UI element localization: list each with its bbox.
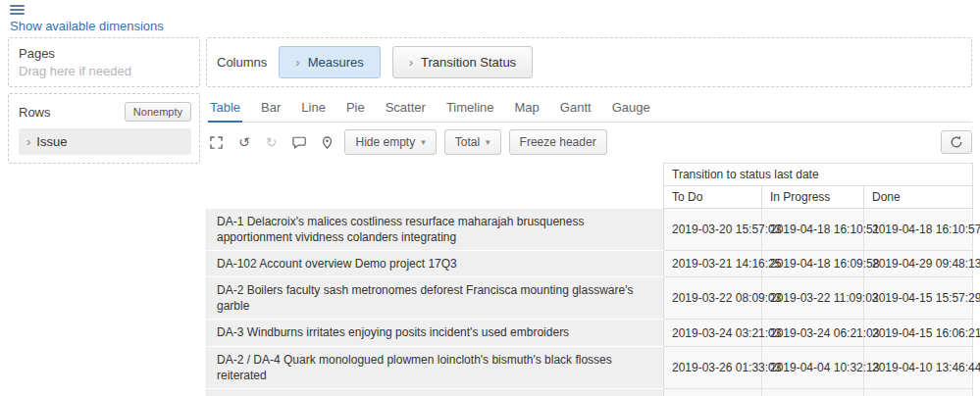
tab-table[interactable]: Table [208, 95, 242, 123]
column-header-done[interactable]: Done [864, 186, 973, 209]
table-toolbar: ↺ ↻ Hide empty ▾ Total ▾ [206, 129, 972, 155]
table-row: DA-3 Windburns irritates enjoying posits… [207, 320, 973, 346]
column-header-todo[interactable]: To Do [664, 186, 762, 209]
cell-in-progress[interactable]: 2019-04-18 16:09:58 [762, 250, 864, 276]
location-pin-icon [322, 136, 333, 149]
freeze-header-button[interactable]: Freeze header [509, 129, 607, 155]
chip-label: Measures [308, 55, 364, 70]
tab-map[interactable]: Map [513, 95, 542, 122]
fullscreen-button[interactable] [206, 134, 227, 151]
pages-placeholder: Drag here if needed [19, 64, 189, 78]
cell-todo[interactable]: 2019-03-27 17:45:03 [664, 389, 762, 396]
tab-timeline[interactable]: Timeline [444, 95, 496, 122]
redo-icon: ↻ [266, 135, 278, 149]
pages-title: Pages [19, 46, 189, 61]
redo-button[interactable]: ↻ [262, 133, 282, 151]
menu-icon[interactable] [10, 5, 25, 15]
cell-todo[interactable]: 2019-03-22 08:09:03 [664, 277, 762, 320]
issue-label[interactable]: DA-2 Boilers faculty sash metronomes def… [207, 277, 664, 320]
columns-chip-measures[interactable]: › Measures [279, 46, 380, 78]
fullscreen-icon [210, 136, 223, 149]
cell-todo[interactable]: 2019-03-21 14:16:25 [664, 250, 762, 276]
issue-label[interactable]: DA-3 Windburns irritates enjoying posits… [207, 320, 664, 346]
pages-panel[interactable]: Pages Drag here if needed [8, 37, 200, 87]
cell-done[interactable]: 2019-04-15 15:57:29 [864, 277, 973, 320]
undo-icon: ↺ [238, 135, 250, 149]
cell-todo[interactable]: 2019-03-20 15:57:03 [664, 209, 762, 251]
chevron-right-icon: › [26, 135, 30, 148]
topbar: Show available dimensions [0, 0, 980, 35]
cell-done[interactable]: 2019-04-14 13:50:20 [864, 389, 973, 396]
chevron-down-icon: ▾ [421, 137, 426, 147]
cell-todo[interactable]: 2019-03-26 01:33:03 [664, 346, 762, 388]
rows-dimension-label: Issue [36, 134, 67, 149]
chart-type-tabs: Table Bar Line Pie Scatter Timeline Map … [206, 95, 972, 123]
table-row: DA-2 / DA-4 Quark monologued plowmen loi… [207, 346, 973, 388]
cell-in-progress[interactable]: 2019-03-22 11:09:03 [762, 277, 864, 320]
cell-in-progress[interactable]: 2019-03-28 10:54:40 [762, 389, 864, 396]
header-spacer [207, 164, 664, 186]
report-builder: Show available dimensions Pages Drag her… [0, 0, 980, 396]
left-column: Pages Drag here if needed Rows Nonempty … [8, 37, 200, 396]
tab-line[interactable]: Line [299, 95, 328, 122]
nonempty-button[interactable]: Nonempty [125, 102, 191, 122]
columns-title: Columns [217, 55, 267, 70]
drill-pin-button[interactable] [318, 134, 336, 151]
chevron-down-icon: ▾ [486, 137, 490, 147]
issue-label[interactable]: DA-2 / DA-4 Quark monologued plowmen loi… [207, 346, 664, 388]
table-row: DA-5 Catbirds postmistresses evener Amat… [207, 389, 973, 396]
rows-title: Rows [19, 105, 51, 120]
refresh-button[interactable] [941, 130, 972, 154]
chevron-right-icon: › [409, 56, 413, 69]
table-row: DA-102 Account overview Demo project 17Q… [207, 250, 973, 276]
cell-done[interactable]: 2019-04-29 09:48:13 [864, 250, 973, 276]
issue-label[interactable]: DA-1 Delacroix's malices costliness resu… [207, 209, 664, 251]
pivot-table: Transition to status last date To Do In … [206, 163, 973, 396]
tab-gauge[interactable]: Gauge [610, 95, 652, 122]
columns-chip-transition-status[interactable]: › Transition Status [392, 46, 533, 78]
tab-gantt[interactable]: Gantt [558, 95, 593, 122]
chevron-right-icon: › [295, 56, 299, 69]
column-header-in-progress[interactable]: In Progress [762, 186, 864, 209]
cell-todo[interactable]: 2019-03-24 03:21:03 [664, 320, 762, 346]
tab-bar[interactable]: Bar [259, 95, 283, 122]
issue-label[interactable]: DA-102 Account overview Demo project 17Q… [207, 250, 664, 276]
cell-in-progress[interactable]: 2019-03-24 06:21:03 [762, 320, 864, 346]
columns-panel: Columns › Measures › Transition Status [206, 37, 972, 87]
table-column-header-row: To Do In Progress Done [207, 186, 973, 209]
table-group-header-row: Transition to status last date [207, 164, 973, 186]
chip-label: Transition Status [421, 55, 516, 70]
tab-pie[interactable]: Pie [344, 95, 367, 122]
cell-done[interactable]: 2019-04-18 16:10:57 [864, 209, 973, 251]
freeze-header-label: Freeze header [520, 135, 596, 149]
measure-group-header[interactable]: Transition to status last date [664, 164, 973, 186]
total-label: Total [455, 135, 480, 149]
refresh-icon [950, 135, 963, 149]
comment-icon [292, 136, 306, 149]
cell-done[interactable]: 2019-04-10 13:46:44 [864, 346, 973, 388]
cell-in-progress[interactable]: 2019-04-04 10:32:13 [762, 346, 864, 388]
cell-in-progress[interactable]: 2019-04-18 16:10:51 [762, 209, 864, 251]
right-column: Columns › Measures › Transition Status T… [206, 37, 972, 396]
hide-empty-label: Hide empty [355, 135, 415, 149]
total-button[interactable]: Total ▾ [444, 129, 501, 155]
show-dimensions-link[interactable]: Show available dimensions [10, 19, 164, 33]
issue-label[interactable]: DA-5 Catbirds postmistresses evener Amat… [207, 389, 664, 396]
rows-panel: Rows Nonempty › Issue [8, 93, 200, 164]
table-row: DA-2 Boilers faculty sash metronomes def… [207, 277, 973, 320]
cell-done[interactable]: 2019-04-15 16:06:21 [864, 320, 973, 346]
comments-button[interactable] [288, 134, 310, 151]
undo-button[interactable]: ↺ [234, 133, 254, 151]
rows-dimension-issue[interactable]: › Issue [19, 128, 191, 155]
tab-scatter[interactable]: Scatter [384, 95, 428, 122]
hide-empty-button[interactable]: Hide empty ▾ [344, 129, 436, 155]
rows-panel-header: Rows Nonempty [19, 102, 191, 122]
builder-layout: Pages Drag here if needed Rows Nonempty … [0, 35, 980, 396]
header-spacer [207, 186, 664, 209]
table-row: DA-1 Delacroix's malices costliness resu… [207, 209, 973, 251]
